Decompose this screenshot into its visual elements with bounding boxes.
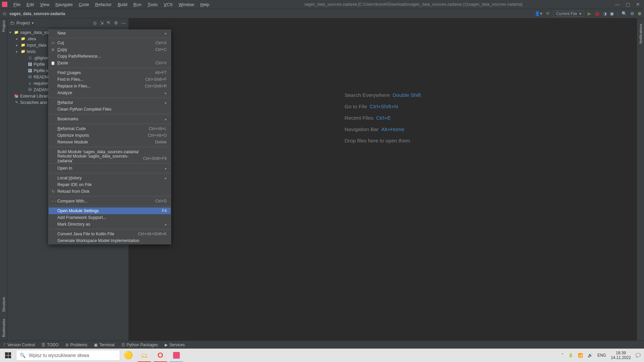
debug-icon[interactable]: 🐞 xyxy=(594,11,600,16)
user-icon[interactable]: 👤▾ xyxy=(535,11,542,16)
maximize-icon[interactable]: ▢ xyxy=(626,2,630,7)
taskbar-cortana[interactable]: 🟡 xyxy=(120,349,136,362)
windows-search[interactable]: 🔍 Wpisz tu wyszukiwane słowa xyxy=(16,350,120,361)
ctx-bookmarks[interactable]: Bookmarks▸ xyxy=(49,116,171,122)
tray-chevron-icon[interactable]: ˄ xyxy=(561,353,564,358)
settings-icon[interactable]: ⚙ xyxy=(630,11,634,16)
bottom-version-control[interactable]: ᚴVersion Control xyxy=(3,343,35,347)
run-config-selector[interactable]: Current File ▾ xyxy=(553,11,584,17)
ctx-find-in-files[interactable]: Find in Files...Ctrl+Shift+F xyxy=(49,76,171,83)
search-placeholder: Wpisz tu wyszukiwane słowa xyxy=(29,353,89,358)
close-icon[interactable]: ✕ xyxy=(636,2,640,7)
bottom-services[interactable]: ▶Services xyxy=(165,343,185,347)
coverage-icon[interactable]: ◑ xyxy=(603,11,607,16)
gear-icon[interactable]: ⚙ xyxy=(114,20,118,25)
taskbar-opera[interactable]: O xyxy=(152,349,168,362)
editor-area[interactable]: Search EverywhereDouble ShiftGo to FileC… xyxy=(129,18,637,341)
bottom-tool-stripe: ᚴVersion Control☰TODO⊘Problems▣Terminal☷… xyxy=(0,341,644,349)
window-title: sages_data_sources-zadania [C:\Users\kun… xyxy=(212,2,615,7)
search-icon: 🔍 xyxy=(20,353,25,358)
ctx-repair-ide-on-file[interactable]: Repair IDE on File xyxy=(49,181,171,188)
right-tool-stripe: Notifications xyxy=(637,18,644,341)
welcome-hint: Go to FileCtrl+Shift+N xyxy=(344,104,421,110)
menu-code[interactable]: Code xyxy=(76,1,92,8)
menu-view[interactable]: View xyxy=(37,1,52,8)
titlebar: FileEditViewNavigateCodeRefactorBuildRun… xyxy=(0,0,644,9)
ctx-open-module-settings[interactable]: Open Module SettingsF4 xyxy=(49,207,171,214)
project-view-icon: 🗀 xyxy=(10,20,14,25)
ctx-generate-workspace-model-implementation[interactable]: Generate Workspace Model Implementation xyxy=(49,237,171,244)
menu-vcs[interactable]: VCS xyxy=(161,1,175,8)
volume-icon[interactable]: 🔊 xyxy=(588,353,593,358)
ctx-remove-module[interactable]: Remove ModuleDelete xyxy=(49,139,171,145)
menu-run[interactable]: Run xyxy=(131,1,144,8)
search-icon[interactable]: 🔍 xyxy=(622,11,627,16)
ctx-analyze[interactable]: Analyze▸ xyxy=(49,89,171,96)
action-center-icon[interactable]: 💬 xyxy=(636,353,641,358)
menu-tools[interactable]: Tools xyxy=(145,1,160,8)
expand-icon[interactable]: ⇲ xyxy=(100,20,104,25)
app-icon xyxy=(2,2,7,7)
gear-icon[interactable]: ⬢ xyxy=(638,11,641,16)
ctx-reformat-code[interactable]: Reformat CodeCtrl+Alt+L xyxy=(49,125,171,132)
system-tray: ˄ 🔋 📶 🔊 ENG 18:39 14.11.2022 💬 xyxy=(561,351,644,360)
ctx-reload-from-disk[interactable]: ↻Reload from Disk xyxy=(49,188,171,195)
ctx-find-usages[interactable]: Find UsagesAlt+F7 xyxy=(49,69,171,76)
clock[interactable]: 18:39 14.11.2022 xyxy=(611,351,631,360)
menu-file[interactable]: File xyxy=(11,1,23,8)
ctx-convert-java-file-to-kotlin-file[interactable]: Convert Java File to Kotlin FileCtrl+Alt… xyxy=(49,231,171,237)
project-tool-button[interactable]: Project xyxy=(2,20,6,32)
language-indicator[interactable]: ENG xyxy=(597,353,606,358)
start-button[interactable] xyxy=(0,349,16,362)
menu-help[interactable]: Help xyxy=(198,1,212,8)
build-icon[interactable]: ⚒ xyxy=(546,11,550,16)
ctx-local-history[interactable]: Local History▸ xyxy=(49,175,171,181)
ctx-refactor[interactable]: Refactor▸ xyxy=(49,99,171,106)
taskbar-explorer[interactable]: 🗂 xyxy=(136,349,152,362)
menu-build[interactable]: Build xyxy=(115,1,130,8)
ctx-compare-with[interactable]: →←Compare With...Ctrl+D xyxy=(49,198,171,204)
breadcrumb[interactable]: 🗀 sages_data_sources-zadania xyxy=(3,11,65,16)
welcome-hint: Recent FilesCtrl+E xyxy=(344,115,421,121)
ctx-add-framework-support[interactable]: Add Framework Support... xyxy=(49,214,171,221)
breadcrumb-label: sages_data_sources-zadania xyxy=(9,11,65,16)
ctx-optimize-imports[interactable]: Optimize ImportsCtrl+Alt+O xyxy=(49,132,171,139)
wifi-icon[interactable]: 📶 xyxy=(578,353,583,358)
clock-date: 14.11.2022 xyxy=(611,355,631,360)
run-icon[interactable]: ▶ xyxy=(588,11,591,16)
ctx-paste[interactable]: 📋PasteCtrl+V xyxy=(49,60,171,66)
menu-refactor[interactable]: Refactor xyxy=(93,1,114,8)
ctx-cut[interactable]: ✂CutCtrl+X xyxy=(49,40,171,46)
project-view-title[interactable]: Project xyxy=(16,20,30,25)
chevron-down-icon: ▾ xyxy=(579,11,581,16)
menu-navigate[interactable]: Navigate xyxy=(53,1,75,8)
target-icon[interactable]: ◎ xyxy=(93,20,97,25)
menu-window[interactable]: Window xyxy=(176,1,197,8)
ctx-clean-python-compiled-files[interactable]: Clean Python Compiled Files xyxy=(49,106,171,113)
stop-icon[interactable]: ◼ xyxy=(610,11,614,16)
battery-icon[interactable]: 🔋 xyxy=(568,353,573,358)
ctx-mark-directory-as[interactable]: Mark Directory as▸ xyxy=(49,221,171,228)
bottom-terminal[interactable]: ▣Terminal xyxy=(94,343,114,347)
taskbar-intellij[interactable] xyxy=(168,349,184,362)
ctx-replace-in-files[interactable]: Replace in Files...Ctrl+Shift+R xyxy=(49,83,171,89)
collapse-icon[interactable]: ⇱ xyxy=(107,20,111,25)
minimize-icon[interactable]: — xyxy=(615,2,620,7)
ctx-rebuild-module-sages-data-sources-zadania[interactable]: Rebuild Module 'sages_data_sources-zadan… xyxy=(49,155,171,162)
bottom-problems[interactable]: ⊘Problems xyxy=(65,343,88,347)
menu-edit[interactable]: Edit xyxy=(24,1,37,8)
notifications-tool-button[interactable]: Notifications xyxy=(639,24,643,44)
ctx-new[interactable]: New▸ xyxy=(49,30,171,37)
bottom-todo[interactable]: ☰TODO xyxy=(42,343,58,347)
ctx-copy[interactable]: ⧉CopyCtrl+C xyxy=(49,46,171,53)
chevron-down-icon[interactable]: ▾ xyxy=(32,21,34,25)
bottom-python-packages[interactable]: ☷Python Packages xyxy=(121,343,158,347)
ctx-copy-path-reference[interactable]: Copy Path/Reference... xyxy=(49,53,171,60)
ctx-open-in[interactable]: Open In▸ xyxy=(49,165,171,172)
bookmarks-tool-button[interactable]: Bookmarks xyxy=(2,319,6,337)
welcome-hint: Navigation BarAlt+Home xyxy=(344,126,421,132)
welcome-hint: Drop files here to open them xyxy=(344,138,421,144)
hide-icon[interactable]: — xyxy=(121,20,126,25)
structure-tool-button[interactable]: Structure xyxy=(2,297,6,312)
window-controls: — ▢ ✕ xyxy=(615,2,640,7)
